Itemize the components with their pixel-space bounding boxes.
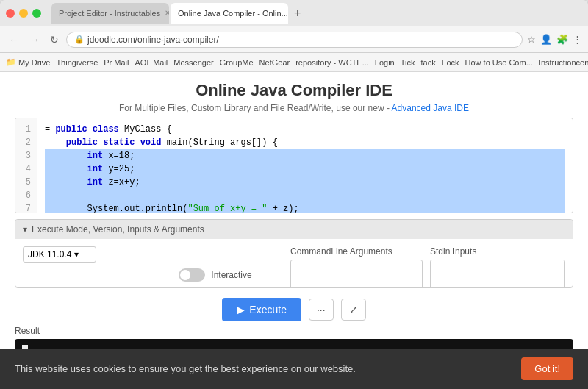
execute-button[interactable]: ▶ Execute xyxy=(222,298,301,321)
bookmark-instructioncenter[interactable]: Instructioncenter xyxy=(539,58,588,67)
bookmark-login[interactable]: Login xyxy=(375,58,395,67)
code-line-6 xyxy=(45,189,565,202)
execute-chevron-icon: ▾ xyxy=(23,224,27,235)
execute-left: JDK 11.0.4 ▾ xyxy=(23,246,140,288)
maximize-window-button[interactable] xyxy=(32,9,41,18)
tab-close-icon[interactable]: ✕ xyxy=(165,9,169,17)
result-label: Result xyxy=(15,326,573,336)
cookie-text: This website uses cookies to ensure you … xyxy=(15,363,356,374)
cookie-accept-button[interactable]: Got it! xyxy=(521,357,573,380)
new-tab-button[interactable]: + xyxy=(290,5,305,21)
execute-section: ▾ Execute Mode, Version, Inputs & Argume… xyxy=(15,219,573,288)
bookmark-netgear[interactable]: NetGear xyxy=(259,58,290,67)
title-bar: Project Editor - Instructables ✕ Online … xyxy=(0,0,588,26)
interactive-label: Interactive xyxy=(211,270,251,280)
traffic-lights xyxy=(6,9,41,18)
url-text: jdoodle.com/online-java-compiler/ xyxy=(87,35,219,45)
tab-bar: Project Editor - Instructables ✕ Online … xyxy=(51,3,582,24)
close-window-button[interactable] xyxy=(6,9,15,18)
cmdline-section: CommandLine Arguments xyxy=(290,246,423,288)
execute-header-label: Execute Mode, Version, Inputs & Argument… xyxy=(32,224,204,235)
toolbar-icons: ☆ 👤 🧩 ⋮ xyxy=(527,34,582,45)
bookmark-tick[interactable]: Tick xyxy=(401,58,415,67)
bookmark-aol-mail[interactable]: AOL Mail xyxy=(135,58,168,67)
bookmark-messenger[interactable]: Messenger xyxy=(173,58,213,67)
address-bar-row: ← → ↻ 🔒 jdoodle.com/online-java-compiler… xyxy=(0,26,588,53)
menu-icon[interactable]: ⋮ xyxy=(573,34,582,45)
code-area: 1 2 3 4 5 6 7 8 9 = public class MyClass… xyxy=(15,118,573,213)
back-button[interactable]: ← xyxy=(6,32,22,47)
bookmark-thingiverse[interactable]: Thingiverse xyxy=(56,58,98,67)
stdin-section: Stdin Inputs xyxy=(430,246,565,288)
stdin-label: Stdin Inputs xyxy=(430,246,565,257)
cookie-banner: This website uses cookies to ensure you … xyxy=(0,349,588,389)
expand-button[interactable]: ⤢ xyxy=(341,299,366,321)
bookmark-tack[interactable]: tack xyxy=(420,58,435,67)
btn-row: ▶ Execute ··· ⤢ xyxy=(0,298,588,321)
ssl-lock-icon: 🔒 xyxy=(74,35,85,44)
code-content[interactable]: = public class MyClass { public static v… xyxy=(37,118,573,213)
code-line-1: = public class MyClass { xyxy=(45,123,565,136)
expand-icon: ⤢ xyxy=(349,304,358,315)
address-bar[interactable]: 🔒 jdoodle.com/online-java-compiler/ xyxy=(66,32,523,48)
page-content: Online Java Compiler IDE For Multiple Fi… xyxy=(0,72,588,389)
bookmark-groupme[interactable]: GroupMe xyxy=(220,58,254,67)
execute-header[interactable]: ▾ Execute Mode, Version, Inputs & Argume… xyxy=(15,220,573,239)
code-line-7: System.out.println("Sum of x+y = " + z); xyxy=(45,202,565,213)
code-line-2: public static void main(String args[]) { xyxy=(45,136,565,149)
page-header: Online Java Compiler IDE For Multiple Fi… xyxy=(0,72,588,118)
execute-body: JDK 11.0.4 ▾ Interactive CommandLine Arg… xyxy=(15,239,573,288)
bookmark-repository[interactable]: repository - WCTE... xyxy=(295,58,369,67)
page-title: Online Java Compiler IDE xyxy=(15,81,573,100)
interactive-toggle-row: Interactive xyxy=(148,246,283,288)
bookmarks-bar: 📁 My Drive Thingiverse Pr Mail AOL Mail … xyxy=(0,53,588,72)
bookmark-how-to[interactable]: How to Use Com... xyxy=(465,58,533,67)
extensions-icon[interactable]: 🧩 xyxy=(556,34,568,45)
tab-java-compiler[interactable]: Online Java Compiler - Onlin... ✕ xyxy=(171,3,288,24)
bookmark-pr-mail[interactable]: Pr Mail xyxy=(104,58,129,67)
play-icon: ▶ xyxy=(237,304,245,315)
cmdline-input[interactable] xyxy=(290,260,423,288)
tab-project-editor[interactable]: Project Editor - Instructables ✕ xyxy=(51,3,169,24)
interactive-toggle[interactable] xyxy=(179,268,205,282)
code-line-3: int x=18; xyxy=(45,149,565,163)
bookmark-icon[interactable]: ☆ xyxy=(527,34,536,45)
bookmark-fock[interactable]: Fock xyxy=(442,58,459,67)
line-numbers: 1 2 3 4 5 6 7 8 9 xyxy=(15,118,37,213)
page-subtitle: For Multiple Files, Custom Library and F… xyxy=(15,103,573,113)
more-icon: ··· xyxy=(317,304,326,315)
refresh-button[interactable]: ↻ xyxy=(47,32,62,47)
profile-icon[interactable]: 👤 xyxy=(540,34,552,45)
browser-frame: Project Editor - Instructables ✕ Online … xyxy=(0,0,588,389)
stdin-input[interactable] xyxy=(430,260,565,288)
forward-button[interactable]: → xyxy=(26,32,43,47)
cmdline-label: CommandLine Arguments xyxy=(290,246,423,257)
code-line-4: int y=25; xyxy=(45,163,565,176)
code-editor[interactable]: 1 2 3 4 5 6 7 8 9 = public class MyClass… xyxy=(15,118,573,213)
more-options-button[interactable]: ··· xyxy=(309,299,334,321)
bookmark-my-drive[interactable]: 📁 My Drive xyxy=(6,57,50,67)
minimize-window-button[interactable] xyxy=(19,9,28,18)
advanced-ide-link[interactable]: Advanced Java IDE xyxy=(392,103,469,113)
jdk-version-select[interactable]: JDK 11.0.4 ▾ xyxy=(23,246,96,263)
tab-label: Online Java Compiler - Onlin... xyxy=(178,9,288,18)
code-line-5: int z=x+y; xyxy=(45,176,565,189)
chevron-down-icon: ▾ xyxy=(74,249,79,260)
tab-label: Project Editor - Instructables xyxy=(59,9,160,18)
